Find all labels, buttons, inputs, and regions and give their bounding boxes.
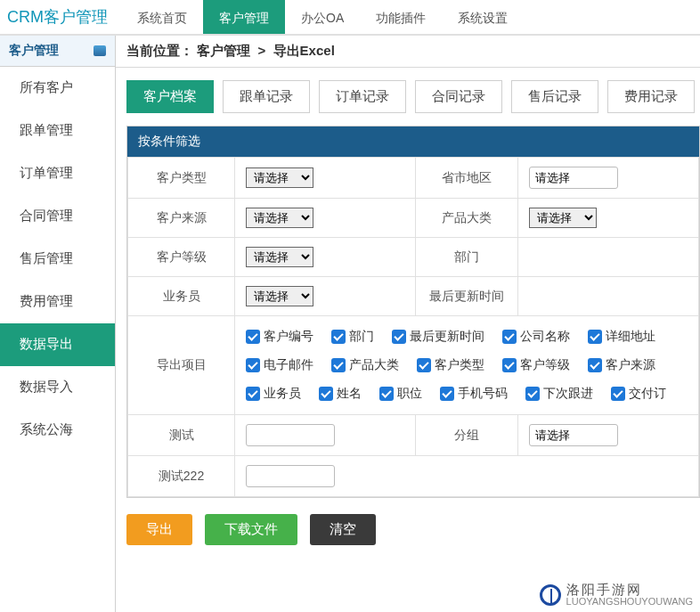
checkbox-icon (246, 330, 260, 344)
filter-select[interactable]: 请选择 (246, 247, 313, 267)
watermark-domain: LUOYANGSHOUYOUWANG (566, 596, 693, 607)
sidebar-item-5[interactable]: 费用管理 (0, 281, 115, 323)
checkbox-icon (246, 387, 260, 401)
subtab-5[interactable]: 费用记录 (607, 80, 695, 113)
filter-select[interactable]: 请选择 (529, 208, 597, 228)
export-field-10[interactable]: 业务员 (246, 386, 301, 402)
filter-label: 部门 (416, 238, 518, 277)
checkbox-icon (525, 387, 540, 401)
filter-table: 客户类型请选择省市地区客户来源请选择产品大类请选择客户等级请选择部门业务员请选择… (127, 157, 699, 497)
filter-label: 客户等级 (128, 238, 235, 277)
checkbox-icon (379, 387, 394, 401)
export-field-14[interactable]: 下次跟进 (525, 386, 593, 402)
watermark: 洛阳手游网 LUOYANGSHOUYOUWANG (540, 583, 693, 607)
top-nav: 系统首页客户管理办公OA功能插件系统设置 (121, 0, 524, 34)
breadcrumb: 当前位置： 客户管理 > 导出Excel (116, 36, 700, 68)
app-logo: CRM客户管理 (0, 6, 121, 28)
sidebar-item-4[interactable]: 售后管理 (0, 238, 115, 281)
export-field-1[interactable]: 部门 (331, 329, 374, 345)
watermark-brand: 洛阳手游网 (566, 583, 693, 596)
top-tab-4[interactable]: 系统设置 (442, 0, 524, 34)
export-field-0[interactable]: 客户编号 (246, 329, 313, 345)
download-button[interactable]: 下载文件 (205, 514, 297, 545)
filter-label: 产品大类 (416, 199, 518, 238)
sidebar-item-1[interactable]: 跟单管理 (0, 110, 115, 152)
sidebar-item-8[interactable]: 系统公海 (0, 409, 115, 452)
panel-title: 按条件筛选 (127, 126, 699, 157)
sidebar-module-icon (94, 45, 106, 56)
subtab-3[interactable]: 合同记录 (415, 80, 502, 113)
sidebar-item-0[interactable]: 所有客户 (0, 67, 115, 110)
sidebar: 客户管理 所有客户跟单管理订单管理合同管理售后管理费用管理数据导出数据导入系统公… (0, 36, 116, 612)
filter-label: 省市地区 (416, 158, 518, 199)
filter-select[interactable]: 请选择 (246, 286, 313, 306)
subtab-2[interactable]: 订单记录 (319, 80, 406, 113)
filter-label: 最后更新时间 (416, 277, 518, 316)
watermark-logo-icon (540, 584, 561, 606)
checkbox-icon (588, 358, 602, 372)
sidebar-item-3[interactable]: 合同管理 (0, 195, 115, 238)
filter-select[interactable]: 请选择 (246, 167, 313, 188)
sidebar-item-7[interactable]: 数据导入 (0, 366, 115, 409)
checkbox-icon (502, 330, 517, 344)
filter-label: 客户类型 (128, 158, 235, 199)
filter-select[interactable]: 请选择 (246, 208, 313, 228)
extra-input-r[interactable] (529, 424, 618, 446)
sidebar-title: 客户管理 (9, 43, 59, 59)
subtab-4[interactable]: 售后记录 (511, 80, 598, 113)
main-area: 当前位置： 客户管理 > 导出Excel 客户档案跟单记录订单记录合同记录售后记… (116, 36, 700, 612)
top-tab-0[interactable]: 系统首页 (121, 0, 203, 34)
export-field-7[interactable]: 客户类型 (417, 357, 484, 373)
checkbox-icon (611, 387, 625, 401)
export-label: 导出项目 (128, 316, 235, 415)
checkbox-icon (588, 330, 602, 344)
filter-label: 客户来源 (128, 199, 235, 238)
filter-panel: 按条件筛选 客户类型请选择省市地区客户来源请选择产品大类请选择客户等级请选择部门… (126, 126, 700, 498)
checkbox-icon (392, 330, 406, 344)
export-field-8[interactable]: 客户等级 (502, 357, 570, 373)
checkbox-icon (331, 330, 346, 344)
export-field-2[interactable]: 最后更新时间 (392, 329, 484, 345)
export-button[interactable]: 导出 (126, 514, 192, 545)
export-field-12[interactable]: 职位 (379, 386, 422, 402)
clear-button[interactable]: 清空 (310, 514, 376, 545)
sidebar-item-6[interactable]: 数据导出 (0, 323, 115, 366)
export-field-11[interactable]: 姓名 (319, 386, 362, 402)
top-tab-1[interactable]: 客户管理 (203, 0, 285, 34)
checkbox-icon (417, 358, 431, 372)
subtab-0[interactable]: 客户档案 (126, 80, 214, 113)
export-field-5[interactable]: 电子邮件 (246, 357, 313, 373)
subtab-1[interactable]: 跟单记录 (223, 80, 310, 113)
top-bar: CRM客户管理 系统首页客户管理办公OA功能插件系统设置 (0, 0, 700, 36)
export-field-3[interactable]: 公司名称 (502, 329, 570, 345)
export-field-6[interactable]: 产品大类 (331, 357, 399, 373)
export-field-4[interactable]: 详细地址 (588, 329, 655, 345)
checkbox-icon (502, 358, 517, 372)
sidebar-header: 客户管理 (0, 36, 115, 67)
action-row: 导出 下载文件 清空 (116, 498, 700, 545)
filter-input[interactable] (529, 167, 618, 189)
top-tab-2[interactable]: 办公OA (285, 0, 360, 34)
export-field-15[interactable]: 交付订 (611, 386, 666, 402)
extra-input[interactable] (246, 424, 335, 446)
extra-label: 测试222 (128, 456, 235, 497)
sidebar-item-2[interactable]: 订单管理 (0, 152, 115, 195)
sub-tabs: 客户档案跟单记录订单记录合同记录售后记录费用记录 (116, 68, 700, 126)
extra-input[interactable] (246, 465, 335, 487)
checkbox-icon (440, 387, 454, 401)
checkbox-icon (319, 387, 333, 401)
checkbox-icon (246, 358, 260, 372)
extra-label: 测试 (128, 415, 235, 456)
checkbox-icon (331, 358, 346, 372)
export-field-9[interactable]: 客户来源 (588, 357, 655, 373)
export-field-13[interactable]: 手机号码 (440, 386, 508, 402)
top-tab-3[interactable]: 功能插件 (360, 0, 442, 34)
filter-label: 业务员 (128, 277, 235, 316)
extra-label-r: 分组 (416, 415, 518, 456)
